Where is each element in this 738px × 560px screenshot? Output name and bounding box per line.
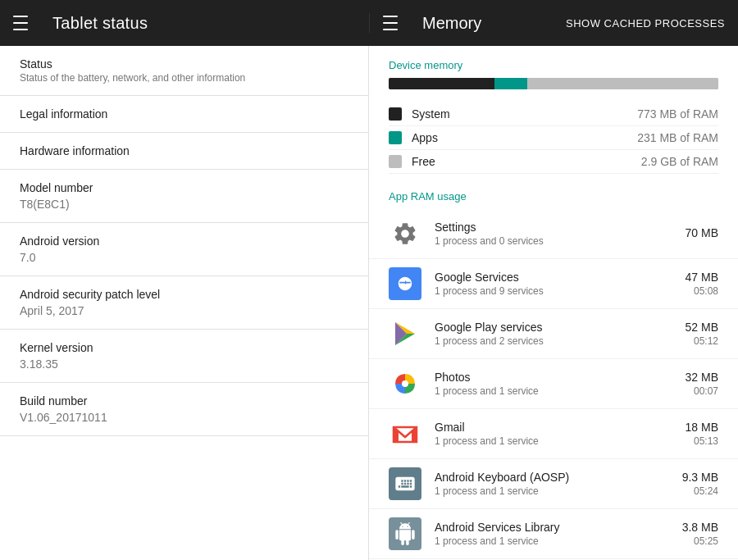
app-keyboard-name: Android Keyboard (AOSP) xyxy=(435,471,682,484)
app-google-services-size: 47 MB xyxy=(686,271,718,284)
left-item-status[interactable]: Status Status of the battery, network, a… xyxy=(0,46,368,96)
app-gmail-size: 18 MB xyxy=(686,421,718,434)
legend-value-free: 2.9 GB of RAM xyxy=(641,155,718,168)
left-panel: Status Status of the battery, network, a… xyxy=(0,46,369,560)
left-item-hardware[interactable]: Hardware information xyxy=(0,133,368,170)
app-android-services-name: Android Services Library xyxy=(435,521,682,534)
left-item-model-title: Model number xyxy=(20,181,355,194)
legend-color-system xyxy=(389,107,402,121)
bar-apps xyxy=(494,78,527,89)
bar-free xyxy=(527,78,718,89)
app-photos-usage: 32 MB 00:07 xyxy=(686,371,718,397)
left-app-bar-title: Tablet status xyxy=(52,14,148,33)
list-item[interactable]: Android Services Library 1 process and 1… xyxy=(369,509,738,559)
photos-icon xyxy=(389,367,421,400)
app-google-play-name: Google Play services xyxy=(435,321,686,334)
app-google-services-usage: 47 MB 05:08 xyxy=(686,271,718,297)
bar-system xyxy=(389,78,494,89)
app-gmail-usage: 18 MB 05:13 xyxy=(686,421,718,447)
app-photos-subtitle: 1 process and 1 service xyxy=(435,385,686,397)
legend-name-apps: Apps xyxy=(412,131,637,144)
app-gmail-name: Gmail xyxy=(435,421,686,434)
app-google-play-info: Google Play services 1 process and 2 ser… xyxy=(435,321,686,347)
app-android-services-time: 05:25 xyxy=(682,535,718,547)
left-item-build[interactable]: Build number V1.06_20171011 xyxy=(0,383,368,436)
app-list: Settings 1 process and 0 services 70 MB xyxy=(369,209,738,560)
left-item-security-patch-title: Android security patch level xyxy=(20,288,355,301)
app-google-services-time: 05:08 xyxy=(686,285,718,297)
app-google-services-subtitle: 1 process and 9 services xyxy=(435,285,686,297)
right-menu-icon[interactable] xyxy=(383,13,403,33)
legend-name-system: System xyxy=(412,107,637,121)
show-cached-button[interactable]: SHOW CACHED PROCESSES xyxy=(566,17,725,30)
app-keyboard-usage: 9.3 MB 05:24 xyxy=(682,471,718,497)
app-keyboard-info: Android Keyboard (AOSP) 1 process and 1 … xyxy=(435,471,682,497)
list-item[interactable]: Gmail 1 process and 1 service 18 MB 05:1… xyxy=(369,409,738,459)
right-app-bar: Memory SHOW CACHED PROCESSES xyxy=(369,13,738,33)
app-bar: Tablet status Memory SHOW CACHED PROCESS… xyxy=(0,0,738,46)
left-item-kernel-title: Kernel version xyxy=(20,341,355,354)
app-keyboard-subtitle: 1 process and 1 service xyxy=(435,485,682,497)
memory-legend: System 773 MB of RAM Apps 231 MB of RAM … xyxy=(369,96,738,177)
left-item-model[interactable]: Model number T8(E8C1) xyxy=(0,170,368,223)
left-item-legal[interactable]: Legal information xyxy=(0,96,368,133)
legend-value-apps: 231 MB of RAM xyxy=(637,131,718,144)
left-app-bar: Tablet status xyxy=(0,13,369,33)
left-item-build-title: Build number xyxy=(20,394,355,407)
app-gmail-info: Gmail 1 process and 1 service xyxy=(435,421,686,447)
left-item-security-patch[interactable]: Android security patch level April 5, 20… xyxy=(0,276,368,330)
app-android-services-size: 3.8 MB xyxy=(682,521,718,534)
app-google-services-name: Google Services xyxy=(435,271,686,284)
legend-name-free: Free xyxy=(412,155,641,168)
google-services-icon xyxy=(389,267,421,300)
left-item-security-patch-value: April 5, 2017 xyxy=(20,304,355,317)
list-item[interactable]: Google Play services 1 process and 2 ser… xyxy=(369,309,738,359)
app-settings-info: Settings 1 process and 0 services xyxy=(435,221,686,247)
app-google-services-info: Google Services 1 process and 9 services xyxy=(435,271,686,297)
list-item[interactable]: Photos 1 process and 1 service 32 MB 00:… xyxy=(369,359,738,409)
app-android-services-subtitle: 1 process and 1 service xyxy=(435,535,682,547)
app-keyboard-size: 9.3 MB xyxy=(682,471,718,484)
list-item[interactable]: Google Services 1 process and 9 services… xyxy=(369,259,738,309)
legend-color-apps xyxy=(389,131,402,144)
left-item-kernel-value: 3.18.35 xyxy=(20,357,355,371)
app-google-play-subtitle: 1 process and 2 services xyxy=(435,335,686,347)
right-panel: Device memory System 773 MB of RAM Apps … xyxy=(369,46,738,560)
memory-bar xyxy=(389,78,718,89)
left-item-model-value: T8(E8C1) xyxy=(20,198,355,211)
app-settings-usage: 70 MB xyxy=(686,226,718,241)
app-google-play-usage: 52 MB 05:12 xyxy=(686,321,718,347)
left-item-android-version[interactable]: Android version 7.0 xyxy=(0,223,368,276)
device-memory-label: Device memory xyxy=(369,46,738,78)
left-item-android-version-title: Android version xyxy=(20,234,355,248)
legend-row-free: Free 2.9 GB of RAM xyxy=(389,150,718,174)
legend-value-system: 773 MB of RAM xyxy=(637,107,718,121)
left-item-kernel[interactable]: Kernel version 3.18.35 xyxy=(0,330,368,383)
app-android-services-info: Android Services Library 1 process and 1… xyxy=(435,521,682,547)
left-item-build-value: V1.06_20171011 xyxy=(20,411,355,424)
app-gmail-subtitle: 1 process and 1 service xyxy=(435,435,686,447)
app-android-services-usage: 3.8 MB 05:25 xyxy=(682,521,718,547)
app-photos-info: Photos 1 process and 1 service xyxy=(435,371,686,397)
left-item-legal-title: Legal information xyxy=(20,107,355,121)
app-photos-name: Photos xyxy=(435,371,686,384)
app-google-play-time: 05:12 xyxy=(686,335,718,347)
app-photos-time: 00:07 xyxy=(686,385,718,397)
legend-row-apps: Apps 231 MB of RAM xyxy=(389,126,718,150)
list-item[interactable]: Android Keyboard (AOSP) 1 process and 1 … xyxy=(369,459,738,509)
left-menu-icon[interactable] xyxy=(13,13,33,33)
app-photos-size: 32 MB xyxy=(686,371,718,384)
android-services-icon xyxy=(389,517,421,550)
legend-color-free xyxy=(389,155,402,168)
app-settings-subtitle: 1 process and 0 services xyxy=(435,235,686,247)
memory-bar-container xyxy=(369,78,738,96)
google-play-icon xyxy=(389,317,421,350)
left-item-status-title: Status xyxy=(20,57,355,71)
list-item[interactable]: Settings 1 process and 0 services 70 MB xyxy=(369,209,738,259)
app-settings-size: 70 MB xyxy=(686,226,718,239)
app-gmail-time: 05:13 xyxy=(686,435,718,447)
keyboard-icon xyxy=(389,467,421,500)
legend-row-system: System 773 MB of RAM xyxy=(389,102,718,126)
left-item-android-version-value: 7.0 xyxy=(20,251,355,264)
svg-rect-1 xyxy=(399,282,411,284)
